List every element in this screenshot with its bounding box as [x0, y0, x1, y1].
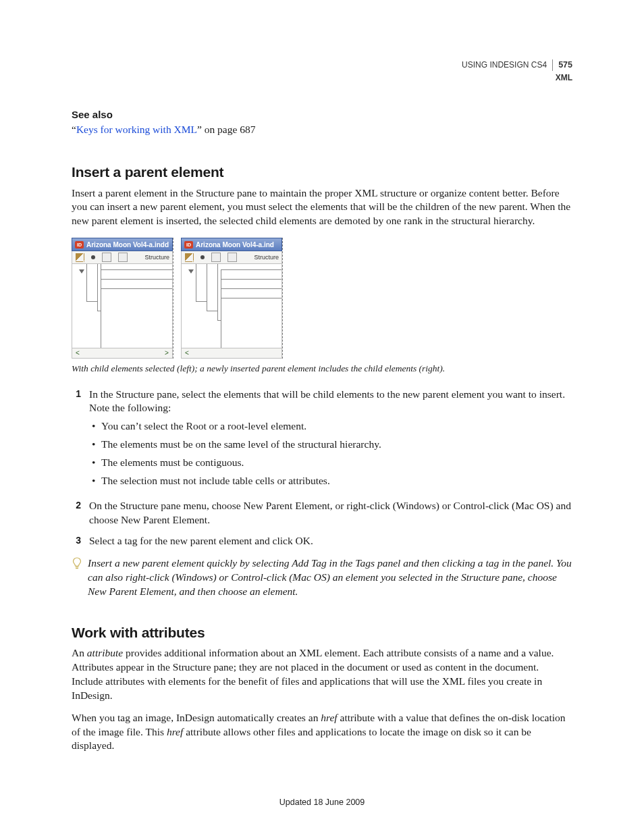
scroll-right-icon[interactable]: >	[163, 350, 170, 357]
tree-view: Root Article Sidebar Table Table Table S…	[181, 264, 282, 348]
step-1: 1 In the Structure pane, select the elem…	[72, 388, 572, 493]
tool-icon[interactable]	[102, 253, 111, 262]
step-2: 2 On the Structure pane menu, choose New…	[72, 499, 572, 527]
tool-icon[interactable]	[118, 253, 128, 262]
structure-panel-left: ID Arizona Moon Vol4-a.indd Structure	[72, 238, 173, 359]
see-also-heading: See also	[72, 108, 572, 122]
panel-toolbar: Structure	[181, 251, 282, 264]
section-name: XML	[462, 72, 572, 83]
step-3: 3 Select a tag for the new parent elemen…	[72, 534, 572, 548]
bullet: The elements must be on the same level o…	[89, 438, 572, 452]
bullet: You can’t select the Root or a root-leve…	[89, 419, 572, 434]
pencil-icon[interactable]	[184, 253, 194, 262]
tip-note: Insert a new parent element quickly by s…	[72, 556, 572, 599]
page-number: 575	[552, 59, 572, 71]
tree-view: Root Article Table Table Table StatBox	[72, 264, 173, 348]
tool-icon[interactable]	[227, 253, 237, 262]
svg-rect-0	[76, 567, 78, 567]
tip-text: Insert a new parent element quickly by s…	[88, 556, 572, 599]
heading-insert-parent: Insert a parent element	[72, 163, 572, 182]
figure-caption: With child elements selected (left); a n…	[72, 363, 572, 375]
step-text: On the Structure pane menu, choose New P…	[89, 500, 571, 525]
pencil-icon[interactable]	[75, 253, 84, 262]
svg-rect-1	[76, 568, 78, 569]
bullet: The selection must not include table cel…	[89, 474, 572, 488]
scroll-left-icon[interactable]: <	[184, 350, 190, 357]
attributes-paragraph-2: When you tag an image, InDesign automati…	[72, 711, 572, 754]
step-text: Select a tag for the new parent element …	[89, 535, 313, 546]
dot-icon[interactable]	[91, 255, 95, 259]
app-chip-icon: ID	[184, 241, 193, 249]
figure: ID Arizona Moon Vol4-a.indd Structure	[72, 238, 572, 375]
window-title: Arizona Moon Vol4-a.ind	[196, 240, 274, 250]
toolbar-label: Structure	[144, 253, 169, 261]
scroll-left-icon[interactable]: <	[74, 350, 81, 357]
step-text: In the Structure pane, select the elemen…	[89, 388, 565, 414]
panel-titlebar: ID Arizona Moon Vol4-a.indd	[72, 238, 173, 251]
xref-link[interactable]: Keys for working with XML	[76, 124, 197, 135]
attributes-paragraph-1: An attribute provides additional informa…	[72, 646, 572, 703]
bullet: The elements must be contiguous.	[89, 456, 572, 470]
procedure-steps: 1 In the Structure pane, select the elem…	[72, 388, 572, 548]
intro-paragraph: Insert a parent element in the Structure…	[72, 186, 572, 229]
scrollbar[interactable]: < >	[72, 348, 173, 359]
page-footer: Updated 18 June 2009	[0, 797, 644, 808]
panel-titlebar: ID Arizona Moon Vol4-a.ind	[181, 238, 282, 251]
structure-panel-right: ID Arizona Moon Vol4-a.ind Structure	[181, 238, 282, 359]
app-chip-icon: ID	[75, 241, 84, 249]
lightbulb-icon	[72, 556, 84, 599]
cross-reference: “Keys for working with XML” on page 687	[72, 123, 572, 137]
tool-icon[interactable]	[211, 253, 221, 262]
heading-work-attributes: Work with attributes	[72, 623, 572, 642]
toolbar-label: Structure	[254, 253, 279, 261]
doc-title: USING INDESIGN CS4	[462, 59, 547, 70]
running-header: USING INDESIGN CS4 575 XML	[462, 59, 572, 83]
scrollbar[interactable]: < >	[181, 348, 282, 359]
window-title: Arizona Moon Vol4-a.indd	[86, 240, 169, 250]
dot-icon[interactable]	[200, 255, 205, 259]
panel-toolbar: Structure	[72, 251, 173, 264]
